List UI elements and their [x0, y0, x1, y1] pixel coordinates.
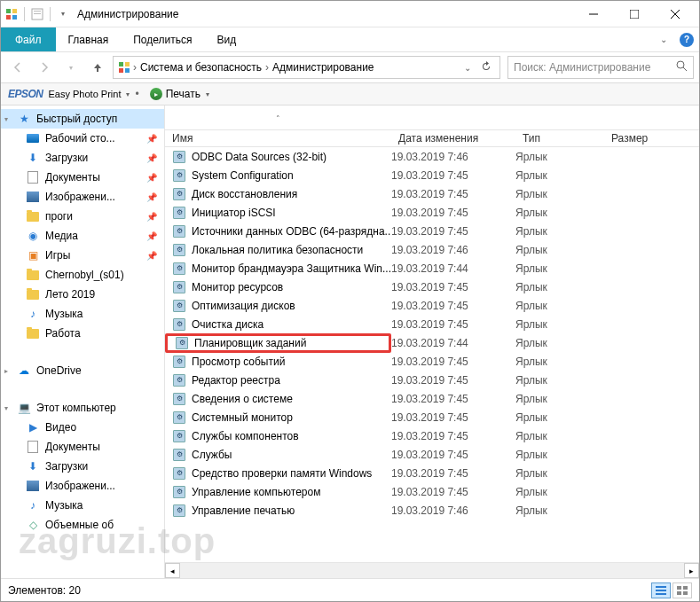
view-tab[interactable]: Вид: [204, 27, 248, 51]
file-date: 19.03.2019 7:45: [391, 318, 515, 331]
shortcut-icon: ⚙: [172, 429, 186, 443]
file-row[interactable]: ⚙ Локальная политика безопасности 19.03.…: [165, 240, 699, 259]
file-row[interactable]: ⚙ Системный монитор 19.03.2019 7:45 Ярлы…: [165, 408, 699, 426]
file-row[interactable]: ⚙ Диск восстановления 19.03.2019 7:45 Яр…: [165, 184, 699, 203]
nav-up-button[interactable]: [86, 56, 109, 79]
search-input[interactable]: [514, 61, 672, 74]
horizontal-scrollbar[interactable]: ◂ ▸: [165, 562, 699, 578]
svg-rect-0: [6, 9, 11, 13]
sidebar-item[interactable]: Chernobyl_(s01): [1, 265, 164, 285]
scroll-left-button[interactable]: ◂: [165, 563, 180, 578]
file-row[interactable]: ⚙ Очистка диска 19.03.2019 7:45 Ярлык: [165, 315, 699, 333]
sidebar-quick-access[interactable]: ▾ ★ Быстрый доступ: [1, 109, 164, 129]
expand-icon[interactable]: ▾: [4, 115, 8, 123]
sidebar-item[interactable]: ◇ Объемные об: [1, 515, 164, 535]
shortcut-icon: ⚙: [172, 280, 186, 294]
search-icon[interactable]: [676, 60, 688, 74]
file-row[interactable]: ⚙ Средство проверки памяти Windows 19.03…: [165, 464, 699, 482]
sidebar-item[interactable]: ⬇ Загрузки: [1, 457, 164, 476]
column-name-label[interactable]: Имя: [165, 132, 391, 145]
search-box[interactable]: [507, 56, 694, 79]
file-row[interactable]: ⚙ System Configuration 19.03.2019 7:45 Я…: [165, 166, 699, 184]
epson-dropdown-icon[interactable]: ▾: [126, 90, 130, 98]
column-size-label[interactable]: Размер: [604, 132, 699, 145]
shortcut-icon: ⚙: [172, 224, 186, 238]
scroll-right-button[interactable]: ▸: [684, 563, 699, 578]
control-panel-icon: [117, 60, 131, 74]
file-tab[interactable]: Файл: [1, 27, 56, 51]
shortcut-icon: ⚙: [175, 336, 189, 350]
navigation-pane[interactable]: ▾ ★ Быстрый доступ Рабочий сто... 📌⬇ Заг…: [1, 106, 165, 578]
qat-dropdown-icon[interactable]: ▾: [56, 7, 70, 21]
file-name: Локальная политика безопасности: [192, 244, 363, 256]
print-button[interactable]: ▸ Печать ▾: [145, 86, 215, 102]
sidebar-item[interactable]: ◉ Медиа 📌: [1, 226, 164, 246]
sidebar-item[interactable]: Изображени...: [1, 476, 164, 496]
file-row[interactable]: ⚙ Службы компонентов 19.03.2019 7:45 Ярл…: [165, 426, 699, 445]
chevron-right-icon[interactable]: ›: [265, 61, 269, 74]
file-row[interactable]: ⚙ Сведения о системе 19.03.2019 7:45 Ярл…: [165, 389, 699, 408]
file-row[interactable]: ⚙ Планировщик заданий 19.03.2019 7:44 Яр…: [165, 333, 699, 352]
sidebar-item[interactable]: ⬇ Загрузки 📌: [1, 148, 164, 168]
file-row[interactable]: ⚙ Инициатор iSCSI 19.03.2019 7:45 Ярлык: [165, 203, 699, 222]
column-type-label[interactable]: Тип: [515, 132, 604, 145]
file-row[interactable]: ⚙ Службы 19.03.2019 7:45 Ярлык: [165, 445, 699, 464]
sidebar-onedrive[interactable]: ▸ ☁ OneDrive: [1, 361, 164, 380]
file-date: 19.03.2019 7:45: [391, 393, 515, 405]
breadcrumb-seg-admin[interactable]: Администрирование: [271, 61, 375, 74]
file-row[interactable]: ⚙ Управление компьютером 19.03.2019 7:45…: [165, 482, 699, 501]
file-row[interactable]: ⚙ Оптимизация дисков 19.03.2019 7:45 Ярл…: [165, 296, 699, 315]
breadcrumb[interactable]: › Система и безопасность › Администриров…: [113, 56, 500, 79]
help-button[interactable]: ?: [674, 27, 699, 51]
column-name[interactable]: ˄: [165, 112, 391, 124]
share-tab[interactable]: Поделиться: [121, 27, 204, 51]
nav-recent-icon[interactable]: ▾: [59, 56, 83, 79]
sidebar-item[interactable]: проги 📌: [1, 207, 164, 226]
sidebar-item[interactable]: Лето 2019: [1, 285, 164, 304]
nav-back-button[interactable]: [6, 56, 29, 79]
nav-forward-button[interactable]: [33, 56, 56, 79]
properties-icon[interactable]: [30, 7, 44, 21]
expand-icon[interactable]: ▸: [4, 367, 8, 375]
breadcrumb-seg-system[interactable]: Система и безопасность: [138, 61, 263, 74]
sidebar-item[interactable]: Документы: [1, 437, 164, 457]
sidebar-item-label: проги: [45, 210, 73, 223]
refresh-button[interactable]: [476, 60, 496, 75]
sidebar-item[interactable]: Изображени... 📌: [1, 187, 164, 207]
shortcut-icon: ⚙: [172, 466, 186, 481]
sidebar-item[interactable]: ▶ Видео: [1, 418, 164, 437]
close-button[interactable]: [655, 1, 696, 27]
ribbon-expand-icon[interactable]: ⌄: [653, 27, 674, 51]
file-list[interactable]: ⚙ ODBC Data Sources (32-bit) 19.03.2019 …: [165, 147, 699, 562]
column-date-label[interactable]: Дата изменения: [391, 132, 515, 145]
svg-rect-18: [656, 590, 666, 591]
thumbnails-view-button[interactable]: [672, 582, 692, 598]
file-row[interactable]: ⚙ Монитор ресурсов 19.03.2019 7:45 Ярлык: [165, 278, 699, 296]
print-dropdown-icon[interactable]: ▾: [206, 90, 209, 98]
file-name: Монитор ресурсов: [192, 281, 283, 293]
svg-rect-13: [119, 68, 123, 73]
file-row[interactable]: ⚙ ODBC Data Sources (32-bit) 19.03.2019 …: [165, 147, 699, 166]
expand-icon[interactable]: ▾: [4, 404, 8, 412]
sidebar-item[interactable]: Рабочий сто... 📌: [1, 129, 164, 148]
sidebar-item[interactable]: ♪ Музыка: [1, 304, 164, 324]
file-row[interactable]: ⚙ Управление печатью 19.03.2019 7:46 Ярл…: [165, 501, 699, 520]
maximize-button[interactable]: [614, 1, 655, 27]
file-row[interactable]: ⚙ Монитор брандмауэра Защитника Win... 1…: [165, 259, 699, 278]
sidebar-item[interactable]: Работа: [1, 324, 164, 343]
file-row[interactable]: ⚙ Источники данных ODBC (64-разрядна... …: [165, 222, 699, 240]
home-tab[interactable]: Главная: [56, 27, 122, 51]
sidebar-item[interactable]: ▣ Игры 📌: [1, 246, 164, 265]
shortcut-icon: ⚙: [172, 355, 186, 369]
sidebar-item[interactable]: Документы 📌: [1, 168, 164, 187]
file-row[interactable]: ⚙ Просмотр событий 19.03.2019 7:45 Ярлык: [165, 352, 699, 371]
file-name: Очистка диска: [192, 318, 263, 331]
sidebar-item[interactable]: ♪ Музыка: [1, 496, 164, 515]
breadcrumb-dropdown-icon[interactable]: ⌄: [460, 63, 475, 73]
scroll-track[interactable]: [180, 563, 684, 578]
file-row[interactable]: ⚙ Редактор реестра 19.03.2019 7:45 Ярлык: [165, 371, 699, 389]
details-view-button[interactable]: [651, 582, 671, 598]
sidebar-this-pc[interactable]: ▾ 💻 Этот компьютер: [1, 398, 164, 418]
chevron-right-icon[interactable]: ›: [133, 61, 137, 74]
minimize-button[interactable]: [573, 1, 614, 27]
